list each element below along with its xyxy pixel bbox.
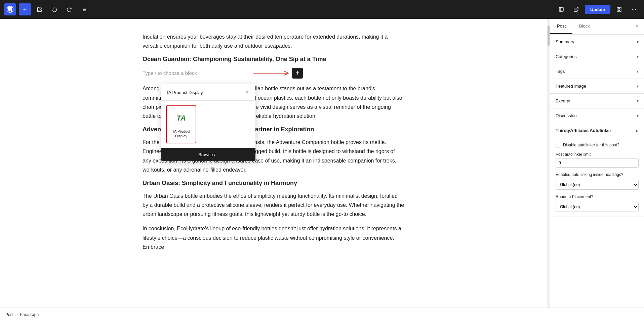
summary-title: Summary	[556, 39, 574, 44]
discussion-title: Discussion	[556, 113, 577, 118]
section-summary: Summary ▾	[550, 35, 644, 49]
tab-post[interactable]: Post	[550, 19, 572, 34]
svg-rect-9	[617, 7, 619, 9]
ta-product-display-block[interactable]: TA TA Product Display	[166, 105, 196, 143]
ta-random-label: Random Placement?:	[556, 194, 639, 199]
toolbar-right: Update	[555, 3, 640, 15]
sidebar-header: Post Block ×	[550, 19, 644, 35]
ta-heading-field: Enabled auto linking inside headings? Gl…	[556, 172, 639, 190]
breadcrumb-bar: Post > Paragraph	[0, 308, 644, 321]
breadcrumb-post[interactable]: Post	[5, 312, 13, 317]
ta-logo-text: TA	[176, 114, 186, 123]
ta-section-body: Disable autolinker for this post? Post a…	[550, 138, 644, 217]
svg-point-13	[632, 9, 633, 10]
block-picker-title: TA Product Display	[166, 90, 203, 95]
svg-rect-6	[559, 7, 563, 11]
excerpt-title: Excerpt	[556, 98, 570, 103]
sidebar-tabs: Post Block	[550, 19, 597, 34]
ta-block-label: TA Product Display	[169, 129, 193, 139]
ta-post-limit-field: Post autolinker limit	[556, 152, 639, 168]
ta-post-limit-input[interactable]	[556, 158, 639, 168]
heading-urban: Urban Oasis: Simplicity and Functionalit…	[143, 180, 405, 187]
section-featured-image: Featured image ▾	[550, 79, 644, 94]
arrow-indicator	[253, 70, 294, 77]
ta-collapse-icon[interactable]: ▲	[635, 128, 639, 133]
ta-section-header[interactable]: ThirstyAffiliates Autolinker ▲	[550, 123, 644, 138]
tags-section-header[interactable]: Tags ▾	[550, 64, 644, 79]
categories-section-header[interactable]: Categories ▾	[550, 49, 644, 64]
section-tags: Tags ▾	[550, 64, 644, 79]
categories-chevron-icon: ▾	[637, 54, 639, 59]
block-picker-close-button[interactable]: ×	[243, 88, 251, 96]
section-excerpt: Excerpt ▾	[550, 94, 644, 108]
tags-title: Tags	[556, 69, 565, 74]
update-button[interactable]: Update	[585, 5, 610, 14]
wordpress-logo[interactable]	[4, 3, 16, 15]
redo-button[interactable]	[63, 3, 75, 15]
add-block-toolbar-button[interactable]: +	[19, 3, 31, 15]
section-categories: Categories ▾	[550, 49, 644, 64]
conclusion-paragraph: In conclusion, EcoHydrate's lineup of ec…	[143, 224, 405, 251]
svg-rect-12	[619, 10, 621, 11]
undo-button[interactable]	[48, 3, 61, 15]
ta-section-title: ThirstyAffiliates Autolinker	[556, 128, 611, 133]
svg-point-14	[634, 9, 634, 10]
featured-image-chevron-icon: ▾	[637, 84, 639, 89]
ta-disable-checkbox[interactable]	[556, 143, 560, 147]
preview-button[interactable]	[570, 3, 582, 15]
excerpt-section-header[interactable]: Excerpt ▾	[550, 94, 644, 108]
sidebar-body: Summary ▾ Categories ▾ Tags ▾ Featured i…	[550, 35, 644, 308]
sidebar-close-button[interactable]: ×	[630, 19, 644, 34]
svg-point-15	[635, 9, 636, 10]
editor-area[interactable]: Insulation ensures your beverages stay a…	[0, 19, 547, 308]
summary-section-header[interactable]: Summary ▾	[550, 35, 644, 49]
block-placeholder: Type / to choose a block +	[143, 67, 405, 79]
editor-scrollbar[interactable]	[547, 19, 550, 308]
svg-line-8	[576, 7, 578, 10]
scrollbar-thumb	[548, 26, 550, 46]
discussion-section-header[interactable]: Discussion ▾	[550, 108, 644, 123]
categories-title: Categories	[556, 54, 577, 59]
main-layout: Insulation ensures your beverages stay a…	[0, 19, 644, 308]
ta-post-limit-label: Post autolinker limit	[556, 152, 639, 157]
intro-paragraph: Insulation ensures your beverages stay a…	[143, 32, 405, 50]
section-thirsty-affiliates: ThirstyAffiliates Autolinker ▲ Disable a…	[550, 123, 644, 217]
ta-heading-label: Enabled auto linking inside headings?	[556, 172, 639, 177]
section-discussion: Discussion ▾	[550, 108, 644, 123]
toolbar: + Update	[0, 0, 644, 19]
summary-chevron-icon: ▾	[637, 40, 639, 44]
discussion-chevron-icon: ▾	[637, 113, 639, 118]
featured-image-title: Featured image	[556, 84, 586, 89]
block-picker-popup: TA Product Display × TA TA Product Displ…	[161, 84, 255, 161]
block-picker-header: TA Product Display ×	[161, 84, 255, 101]
view-mode-button[interactable]	[555, 3, 567, 15]
settings-toggle-button[interactable]	[613, 3, 625, 15]
tags-chevron-icon: ▾	[637, 69, 639, 74]
block-picker-items: TA TA Product Display	[161, 101, 255, 148]
breadcrumb-paragraph: Paragraph	[20, 312, 39, 317]
urban-paragraph: The Urban Oasis bottle embodies the etho…	[143, 191, 405, 219]
list-view-button[interactable]	[78, 3, 90, 15]
breadcrumb-separator: >	[15, 312, 18, 317]
right-sidebar: Post Block × Summary ▾ Categories ▾	[550, 19, 644, 308]
ta-block-icon: TA	[173, 110, 189, 126]
ta-heading-select[interactable]: Global (no)	[556, 180, 639, 190]
svg-rect-10	[619, 7, 621, 9]
browse-all-button[interactable]: Browse all	[161, 148, 255, 161]
edit-pen-button[interactable]	[34, 3, 46, 15]
more-options-button[interactable]	[628, 3, 640, 15]
ta-disable-row: Disable autolinker for this post?	[556, 143, 639, 147]
svg-rect-11	[617, 10, 619, 11]
featured-image-section-header[interactable]: Featured image ▾	[550, 79, 644, 93]
ta-random-select[interactable]: Global (no)	[556, 202, 639, 212]
ta-disable-label: Disable autolinker for this post?	[563, 143, 619, 147]
ta-random-field: Random Placement?: Global (no)	[556, 194, 639, 212]
heading-ocean: Ocean Guardian: Championing Sustainabili…	[143, 56, 405, 63]
excerpt-chevron-icon: ▾	[637, 99, 639, 103]
toolbar-left: +	[4, 3, 90, 15]
add-block-inline-button[interactable]: +	[292, 68, 303, 79]
tab-block[interactable]: Block	[572, 19, 597, 34]
